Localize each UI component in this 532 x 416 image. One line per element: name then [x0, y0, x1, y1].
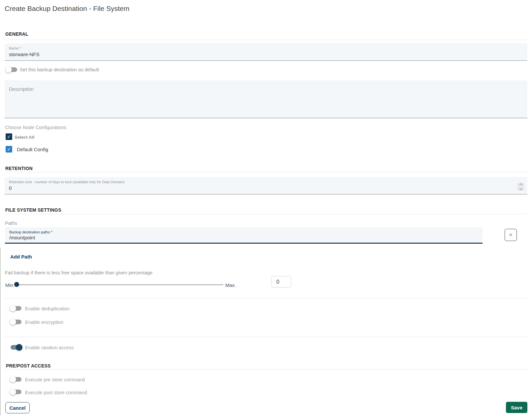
pre-store-label: Execute pre store command	[25, 377, 85, 382]
select-all-label: Select All	[15, 135, 34, 140]
set-default-toggle[interactable]	[5, 66, 18, 73]
number-stepper[interactable]	[517, 183, 524, 191]
chevron-down-icon	[519, 187, 522, 190]
toggle-knob	[10, 305, 16, 312]
check-icon: ✓	[7, 134, 11, 139]
group-indicator-line	[0, 248, 1, 415]
toggle-knob	[10, 389, 16, 395]
slider-min-label: Min.	[5, 282, 15, 288]
description-placeholder: Description	[9, 86, 34, 92]
name-input-label: Name *	[9, 46, 21, 50]
post-store-label: Execute post store command	[25, 390, 87, 395]
node-config-label: Choose Node Configurations	[5, 125, 66, 130]
save-button[interactable]: Save	[506, 402, 527, 413]
retention-lock-value: 0	[9, 185, 12, 191]
enable-deduplication-label: Enable deduplication	[25, 306, 70, 311]
create-backup-destination-form: Create Backup Destination - File System …	[0, 0, 532, 416]
enable-encryption-toggle[interactable]	[10, 318, 22, 326]
cancel-button[interactable]: Cancel	[5, 402, 30, 413]
divider	[5, 369, 527, 369]
slider-max-label: Max.	[225, 282, 236, 288]
toggle-knob	[10, 319, 16, 325]
default-config-label: Default Config	[17, 147, 48, 152]
section-header-general: GENERAL	[5, 31, 28, 37]
divider	[5, 40, 527, 40]
remove-path-button[interactable]: ×	[505, 229, 517, 241]
percentage-value-input[interactable]: 0	[271, 276, 291, 288]
section-header-fs-settings: FILE SYSTEM SETTINGS	[5, 207, 61, 213]
retention-lock-input[interactable]: Retention lock - number of days to lock …	[5, 177, 527, 194]
toggle-knob	[5, 66, 12, 73]
select-all-checkbox[interactable]: ✓	[6, 133, 12, 140]
set-default-toggle-label: Set this backup destination as default	[20, 67, 99, 72]
percentage-slider-track[interactable]	[18, 284, 223, 285]
name-input-value: storware-NFS	[9, 52, 40, 57]
divider	[5, 172, 527, 172]
add-path-button[interactable]: Add Path	[10, 254, 32, 260]
enable-random-access-label: Enable random access	[25, 345, 74, 350]
post-store-toggle[interactable]	[10, 388, 22, 396]
enable-encryption-label: Enable encryption	[25, 320, 63, 325]
page-title: Create Backup Destination - File System	[5, 5, 129, 13]
section-header-retention: RETENTION	[5, 166, 33, 171]
retention-lock-label: Retention lock - number of days to lock …	[9, 180, 124, 184]
paths-label: Paths	[5, 221, 17, 226]
percentage-value: 0	[276, 279, 279, 285]
toggle-knob	[10, 376, 16, 383]
backup-path-input[interactable]: Backup destination paths * /mountpoint	[5, 227, 483, 244]
percentage-slider-thumb[interactable]	[14, 282, 19, 287]
check-icon: ✓	[7, 147, 11, 152]
chevron-up-icon	[519, 184, 522, 187]
divider	[5, 214, 527, 214]
default-config-checkbox[interactable]: ✓	[6, 146, 12, 153]
divider	[5, 298, 527, 298]
section-header-prepost: PRE/POST ACCESS	[6, 363, 51, 368]
enable-random-access-toggle[interactable]	[10, 344, 22, 351]
pre-store-toggle[interactable]	[10, 376, 22, 383]
fail-backup-label: Fail backup if there is less free space …	[5, 270, 152, 275]
backup-path-value: /mountpoint	[9, 235, 35, 240]
close-icon: ×	[509, 231, 513, 239]
divider	[5, 337, 527, 337]
name-input[interactable]: Name * storware-NFS	[5, 43, 527, 61]
backup-path-label: Backup destination paths *	[9, 230, 52, 234]
enable-deduplication-toggle[interactable]	[10, 305, 22, 312]
description-textarea[interactable]: Description	[5, 80, 527, 118]
toggle-knob	[16, 344, 22, 351]
